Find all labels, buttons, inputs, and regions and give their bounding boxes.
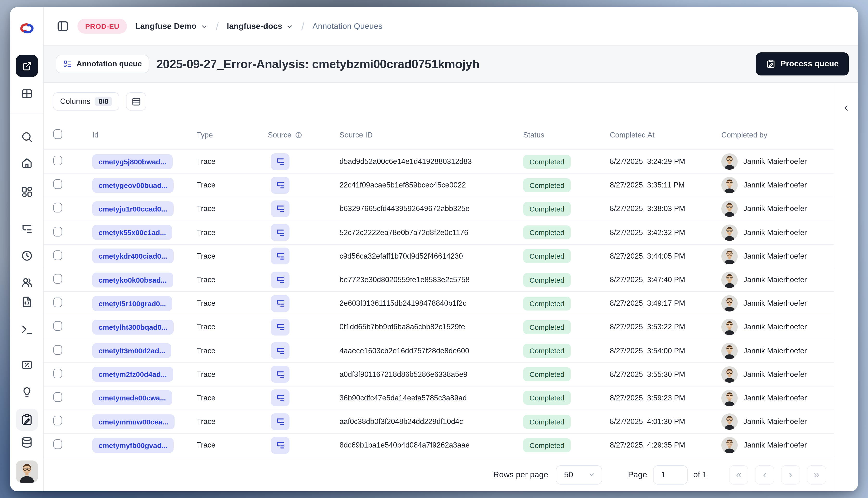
- table-row[interactable]: cmetyk55x00c1ad... Trace 52c72c2222ea78e…: [44, 221, 834, 245]
- open-trace-button[interactable]: [271, 366, 289, 383]
- open-trace-button[interactable]: [271, 271, 289, 288]
- queue-badge-label: Annotation queue: [76, 60, 142, 68]
- row-completed-by: Jannik Maierhoefer: [743, 441, 807, 450]
- sidebar-toggle-button[interactable]: [56, 20, 69, 33]
- row-height-button[interactable]: [126, 92, 146, 110]
- sidebar-item-dashboards[interactable]: [16, 181, 38, 203]
- expand-panel-button[interactable]: [838, 100, 854, 116]
- table-row[interactable]: cmetyju1r00ccad0... Trace b63297665cfd44…: [44, 197, 834, 221]
- next-page-button[interactable]: ›: [781, 465, 800, 484]
- row-checkbox[interactable]: [53, 369, 62, 378]
- sidebar-item-evaluation[interactable]: [16, 354, 38, 376]
- sidebar-item-annotation-queues[interactable]: [16, 409, 38, 431]
- process-queue-button[interactable]: Process queue: [756, 52, 849, 76]
- row-checkbox[interactable]: [53, 298, 62, 307]
- table-row[interactable]: cmetymmuw00cea... Trace aaf0c38db0f3f204…: [44, 410, 834, 434]
- row-id-link[interactable]: cmetyko0k00bsad...: [92, 272, 173, 287]
- row-checkbox[interactable]: [53, 227, 62, 236]
- row-checkbox[interactable]: [53, 250, 62, 260]
- trace-tree-icon: [21, 223, 33, 235]
- completed-by-avatar: [721, 390, 738, 406]
- page-title: 2025-09-27_Error-Analysis: cmetybzmi00cr…: [156, 57, 479, 71]
- project-switcher[interactable]: langfuse-docs: [227, 22, 293, 31]
- chevron-down-icon: [200, 23, 208, 30]
- open-trace-button[interactable]: [271, 413, 289, 430]
- open-trace-button[interactable]: [271, 295, 289, 312]
- page-number-input[interactable]: [653, 465, 687, 484]
- row-checkbox[interactable]: [53, 322, 62, 331]
- user-avatar[interactable]: [16, 460, 38, 483]
- open-trace-button[interactable]: [271, 248, 289, 265]
- sidebar-item-tracing[interactable]: [16, 218, 38, 240]
- external-link-icon: [21, 60, 33, 71]
- table-row[interactable]: cmetymyfb00gvad... Trace 8dc69b1ba1e540b…: [44, 434, 834, 457]
- row-checkbox[interactable]: [53, 156, 62, 165]
- previous-page-button[interactable]: ‹: [755, 465, 774, 484]
- table-row[interactable]: cmetykdr400ciad0... Trace c9d56ca32efaff…: [44, 245, 834, 268]
- table-row[interactable]: cmetyl5r100grad0... Trace 2e603f31361115…: [44, 292, 834, 315]
- select-all-checkbox[interactable]: [53, 129, 62, 139]
- row-checkbox[interactable]: [53, 345, 62, 354]
- row-id-link[interactable]: cmetykdr400ciad0...: [92, 249, 173, 264]
- column-header-source[interactable]: Source: [268, 131, 339, 139]
- open-trace-button[interactable]: [271, 319, 289, 336]
- open-trace-button[interactable]: [271, 200, 289, 217]
- sidebar-item-sessions[interactable]: [16, 245, 38, 267]
- row-checkbox[interactable]: [53, 392, 62, 402]
- column-header-type[interactable]: Type: [197, 131, 268, 139]
- row-id-link[interactable]: cmetym2fz00d4ad...: [92, 367, 173, 382]
- row-checkbox[interactable]: [53, 416, 62, 425]
- chevron-down-icon: [286, 23, 293, 30]
- first-page-button[interactable]: «: [729, 465, 748, 484]
- org-switcher[interactable]: Langfuse Demo: [135, 22, 208, 31]
- row-id-link[interactable]: cmetyju1r00ccad0...: [92, 201, 173, 216]
- open-trace-button[interactable]: [271, 153, 289, 170]
- table-row[interactable]: cmetyg5j800bwad... Trace d5ad9d52a00c6e1…: [44, 150, 834, 173]
- last-page-button[interactable]: »: [807, 465, 826, 484]
- row-id-link[interactable]: cmetyg5j800bwad...: [92, 154, 173, 169]
- row-checkbox[interactable]: [53, 180, 62, 189]
- row-id-link[interactable]: cmetyl5r100grad0...: [92, 296, 172, 311]
- table-row[interactable]: cmetygeov00buad... Trace 22c41f09acae5b1…: [44, 173, 834, 197]
- open-trace-button[interactable]: [271, 177, 289, 194]
- row-id-link[interactable]: cmetylt3m00d2ad...: [92, 343, 171, 358]
- row-checkbox[interactable]: [53, 440, 62, 449]
- trace-tree-icon: [275, 441, 285, 450]
- row-id-link[interactable]: cmetylht300bqad0...: [92, 320, 174, 335]
- columns-button[interactable]: Columns 8/8: [53, 92, 119, 110]
- sidebar-item-external-link[interactable]: [16, 55, 38, 77]
- table-row[interactable]: cmetyko0k00bsad... Trace be7723e30d80205…: [44, 268, 834, 292]
- open-trace-button[interactable]: [271, 224, 289, 241]
- row-checkbox[interactable]: [53, 274, 62, 284]
- open-trace-button[interactable]: [271, 390, 289, 406]
- sidebar-item-search[interactable]: [16, 126, 38, 148]
- column-header-status[interactable]: Status: [523, 131, 610, 139]
- table-row[interactable]: cmetylt3m00d2ad... Trace 4aaece1603cb2e1…: [44, 339, 834, 363]
- row-id-link[interactable]: cmetymeds00cwa...: [92, 391, 172, 405]
- row-checkbox[interactable]: [53, 203, 62, 213]
- table-row[interactable]: cmetym2fz00d4ad... Trace a0df3f901167218…: [44, 363, 834, 386]
- sidebar-item-users[interactable]: [16, 272, 38, 294]
- langfuse-logo-icon: [18, 22, 36, 35]
- sidebar-item-datasets[interactable]: [16, 431, 38, 453]
- columns-label: Columns: [60, 97, 90, 106]
- sidebar-item-table[interactable]: [16, 83, 38, 105]
- table-row[interactable]: cmetymeds00cwa... Trace 36b90cdfc47e5da1…: [44, 386, 834, 410]
- sidebar-item-insights[interactable]: [16, 381, 38, 403]
- rows-per-page-select[interactable]: 50: [556, 465, 602, 484]
- sidebar-item-prompts[interactable]: [16, 291, 38, 313]
- row-id-link[interactable]: cmetymmuw00cea...: [92, 414, 174, 429]
- row-id-link[interactable]: cmetyk55x00c1ad...: [92, 225, 172, 240]
- row-id-link[interactable]: cmetymyfb00gvad...: [92, 438, 174, 453]
- column-header-completed-at[interactable]: Completed At: [610, 131, 721, 139]
- table-row[interactable]: cmetylht300bqad0... Trace 0f1dd65b7bb9bf…: [44, 316, 834, 339]
- sidebar-item-home[interactable]: [16, 152, 38, 174]
- column-header-completed-by[interactable]: Completed by: [721, 131, 834, 139]
- column-header-source-id[interactable]: Source ID: [339, 131, 523, 139]
- row-completed-at: 8/27/2025, 3:35:11 PM: [610, 181, 721, 189]
- sidebar-item-playground[interactable]: [16, 319, 38, 341]
- column-header-id[interactable]: Id: [92, 131, 197, 139]
- open-trace-button[interactable]: [271, 437, 289, 454]
- open-trace-button[interactable]: [271, 342, 289, 359]
- row-id-link[interactable]: cmetygeov00buad...: [92, 178, 174, 193]
